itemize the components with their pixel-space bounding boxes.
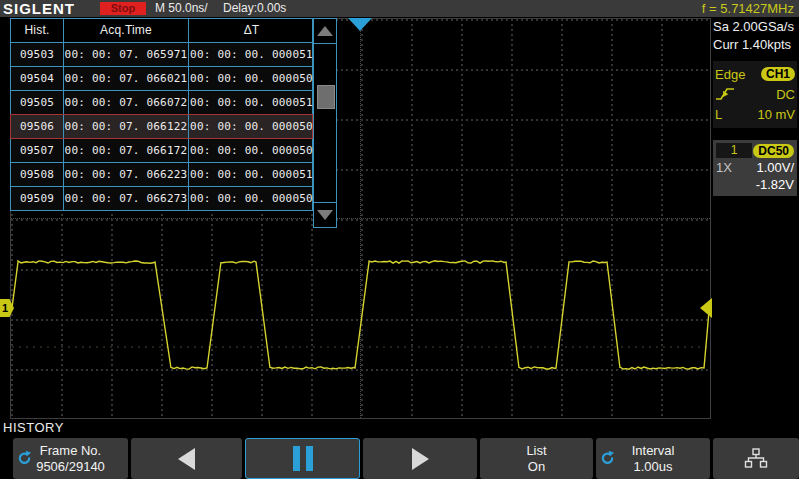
- rising-edge-icon: [715, 87, 735, 101]
- sample-rate-readout: Sa 2.00GSa/s: [713, 18, 797, 36]
- acq-time-cell: 00: 00: 07. 066072: [63, 91, 188, 114]
- pause-icon: [293, 446, 313, 471]
- acq-time-cell: 00: 00: 07. 066273: [63, 187, 188, 210]
- pause-button[interactable]: [245, 438, 360, 479]
- timebase-readout: M 50.0ns/: [155, 0, 208, 17]
- delta-t-cell: 00: 00: 00. 000050: [188, 187, 314, 210]
- hist-cell: 09503: [11, 43, 63, 66]
- rotate-knob-icon: [16, 449, 33, 470]
- play-backward-icon: [178, 448, 195, 470]
- play-backward-button[interactable]: [131, 438, 242, 479]
- frame-number-button[interactable]: Frame No. 9506/29140: [13, 438, 128, 479]
- delta-t-cell: 00: 00: 00. 000051: [188, 43, 314, 66]
- table-header-row: Hist. Acq.Time ΔT: [10, 18, 313, 43]
- acq-time-cell: 00: 00: 07. 066122: [63, 115, 188, 138]
- play-forward-button[interactable]: [363, 438, 477, 479]
- table-row[interactable]: 0950700: 00: 07. 06617200: 00: 00. 00005…: [10, 138, 313, 163]
- scroll-up-icon: [317, 26, 333, 36]
- network-utility-button[interactable]: [713, 438, 799, 479]
- trigger-coupling-readout: DC: [776, 87, 795, 102]
- scrollbar-thumb[interactable]: [317, 85, 335, 109]
- frame-number-label: Frame No.: [40, 443, 101, 459]
- play-forward-icon: [412, 448, 429, 470]
- column-header-hist: Hist.: [11, 19, 63, 42]
- list-label: List: [526, 443, 546, 459]
- acq-time-cell: 00: 00: 07. 065971: [63, 43, 188, 66]
- delta-t-cell: 00: 00: 00. 000051: [188, 91, 314, 114]
- scroll-up-button[interactable]: [314, 19, 336, 44]
- brand-logo: SIGLENT: [3, 0, 75, 17]
- list-value: On: [528, 459, 545, 475]
- memory-depth-readout: Curr 1.40kpts: [713, 36, 797, 54]
- history-list-table: Hist. Acq.Time ΔT 0950300: 00: 07. 06597…: [10, 18, 313, 211]
- hist-cell: 09505: [11, 91, 63, 114]
- delta-t-cell: 00: 00: 00. 000051: [188, 163, 314, 186]
- trigger-source-badge: CH1: [761, 67, 795, 81]
- network-tree-icon: [743, 448, 769, 469]
- column-header-delta-t: ΔT: [188, 19, 314, 42]
- hist-cell: 09506: [11, 115, 63, 138]
- channel-probe-readout: 1X: [716, 160, 732, 175]
- frame-number-value: 9506/29140: [36, 459, 105, 475]
- hist-cell: 09509: [11, 187, 63, 210]
- delay-readout: Delay:0.00s: [223, 0, 286, 17]
- delta-t-cell: 00: 00: 00. 000050: [188, 67, 314, 90]
- hist-cell: 09507: [11, 139, 63, 162]
- hist-cell: 09504: [11, 67, 63, 90]
- delta-t-cell: 00: 00: 00. 000050: [188, 139, 314, 162]
- channel-number-badge: 1: [716, 143, 752, 158]
- rotate-knob-icon: [599, 449, 616, 470]
- channel-impedance-badge: DC50: [753, 144, 794, 158]
- table-row[interactable]: 0950300: 00: 07. 06597100: 00: 00. 00005…: [10, 42, 313, 67]
- trigger-level-label: L: [715, 107, 722, 122]
- top-status-bar: SIGLENT Stop M 50.0ns/ Delay:0.00s f = 5…: [0, 0, 799, 17]
- acquisition-status-badge: Stop: [100, 2, 146, 15]
- trigger-type-label: Edge: [715, 67, 745, 82]
- interval-value: 1.00us: [633, 459, 672, 475]
- history-table-rows: 0950300: 00: 07. 06597100: 00: 00. 00005…: [10, 42, 313, 211]
- oscilloscope-screen: 1 SIGLENT Stop M 50.0ns/ Delay:0.00s f =…: [0, 0, 799, 479]
- table-row[interactable]: 0950800: 00: 07. 06622300: 00: 00. 00005…: [10, 162, 313, 187]
- scroll-down-icon: [317, 210, 333, 220]
- acq-time-cell: 00: 00: 07. 066172: [63, 139, 188, 162]
- delta-t-cell: 00: 00: 00. 000050: [188, 115, 314, 138]
- table-row[interactable]: 0950500: 00: 07. 06607200: 00: 00. 00005…: [10, 90, 313, 115]
- right-info-panel: Sa 2.00GSa/s Curr 1.40kpts Edge CH1 DC L…: [713, 18, 797, 196]
- page-title: HISTORY: [3, 420, 64, 435]
- trigger-info-panel: Edge CH1 DC L 10 mV: [713, 61, 797, 128]
- table-row[interactable]: 0950600: 00: 07. 06612200: 00: 00. 00005…: [10, 114, 313, 139]
- channel1-info-panel[interactable]: 1 DC50 1X 1.00V/ -1.82V: [713, 140, 797, 196]
- channel-scale-readout: 1.00V/: [756, 160, 794, 175]
- acq-time-cell: 00: 00: 07. 066223: [63, 163, 188, 186]
- interval-label: Interval: [632, 443, 675, 459]
- table-row[interactable]: 0950900: 00: 07. 06627300: 00: 00. 00005…: [10, 186, 313, 211]
- scroll-down-button[interactable]: [314, 202, 336, 227]
- acq-time-cell: 00: 00: 07. 066021: [63, 67, 188, 90]
- channel-offset-readout: -1.82V: [756, 177, 794, 192]
- hist-cell: 09508: [11, 163, 63, 186]
- center-horizontal-axis: [11, 218, 710, 219]
- table-row[interactable]: 0950400: 00: 07. 06602100: 00: 00. 00005…: [10, 66, 313, 91]
- column-header-acq-time: Acq.Time: [63, 19, 188, 42]
- table-scrollbar[interactable]: [313, 18, 337, 228]
- list-toggle-button[interactable]: List On: [480, 438, 593, 479]
- trigger-level-readout: 10 mV: [757, 107, 795, 122]
- interval-button[interactable]: Interval 1.00us: [596, 438, 710, 479]
- frequency-counter: f = 5.71427MHz: [702, 0, 794, 17]
